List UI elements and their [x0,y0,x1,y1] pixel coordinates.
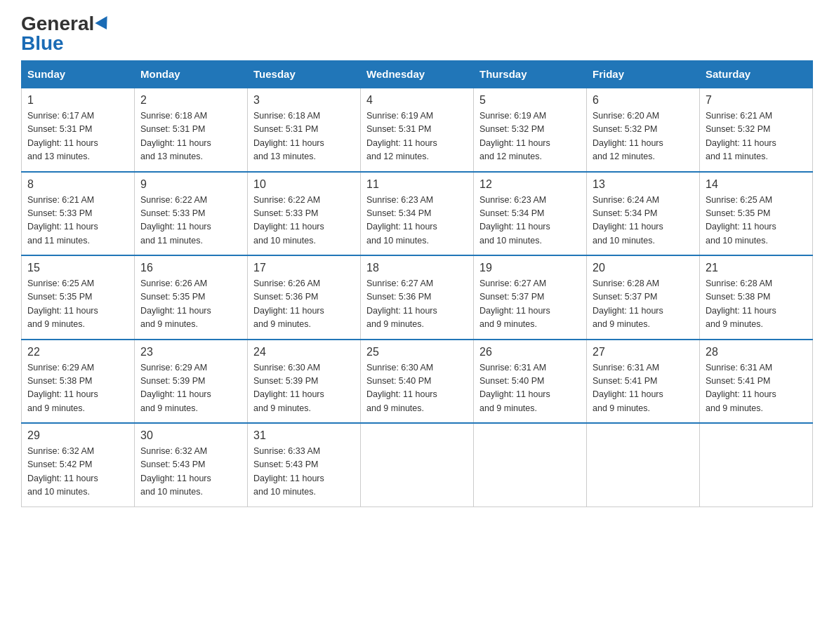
day-number: 9 [140,178,241,191]
calendar-week-row: 22Sunrise: 6:29 AMSunset: 5:38 PMDayligh… [22,340,813,424]
day-number: 2 [140,94,241,107]
page-header: General Blue [21,14,813,53]
calendar-table: SundayMondayTuesdayWednesdayThursdayFrid… [21,60,813,507]
calendar-cell: 2Sunrise: 6:18 AMSunset: 5:31 PMDaylight… [135,88,248,172]
day-number: 13 [593,178,694,191]
logo-blue-text: Blue [21,34,64,53]
calendar-cell: 31Sunrise: 6:33 AMSunset: 5:43 PMDayligh… [248,423,361,507]
day-number: 29 [27,429,128,442]
calendar-cell: 16Sunrise: 6:26 AMSunset: 5:35 PMDayligh… [135,255,248,340]
header-saturday: Saturday [700,61,813,88]
day-number: 23 [140,346,241,358]
calendar-cell: 25Sunrise: 6:30 AMSunset: 5:40 PMDayligh… [361,340,474,424]
day-number: 31 [253,429,355,442]
calendar-cell: 21Sunrise: 6:28 AMSunset: 5:38 PMDayligh… [700,255,813,340]
calendar-week-row: 8Sunrise: 6:21 AMSunset: 5:33 PMDaylight… [22,172,813,256]
day-info: Sunrise: 6:19 AMSunset: 5:32 PMDaylight:… [479,109,581,164]
day-info: Sunrise: 6:32 AMSunset: 5:42 PMDaylight:… [27,445,128,499]
header-wednesday: Wednesday [361,61,474,88]
calendar-cell: 26Sunrise: 6:31 AMSunset: 5:40 PMDayligh… [474,340,587,424]
day-info: Sunrise: 6:31 AMSunset: 5:40 PMDaylight:… [479,361,581,416]
calendar-cell: 22Sunrise: 6:29 AMSunset: 5:38 PMDayligh… [22,340,135,424]
day-number: 26 [479,346,581,358]
day-number: 27 [593,346,694,358]
day-number: 5 [479,94,581,107]
day-info: Sunrise: 6:25 AMSunset: 5:35 PMDaylight:… [706,194,807,248]
day-number: 11 [366,178,468,191]
calendar-cell: 27Sunrise: 6:31 AMSunset: 5:41 PMDayligh… [587,340,700,424]
day-number: 25 [366,346,468,358]
calendar-cell: 28Sunrise: 6:31 AMSunset: 5:41 PMDayligh… [700,340,813,424]
day-number: 22 [27,346,128,358]
day-number: 10 [253,178,355,191]
day-number: 16 [140,262,241,274]
day-number: 14 [706,178,807,191]
day-number: 20 [593,262,694,274]
header-friday: Friday [587,61,700,88]
calendar-cell: 15Sunrise: 6:25 AMSunset: 5:35 PMDayligh… [22,255,135,340]
logo-triangle-icon [95,16,113,33]
logo-general-text: General [21,14,111,34]
calendar-cell: 12Sunrise: 6:23 AMSunset: 5:34 PMDayligh… [474,172,587,256]
day-number: 12 [479,178,581,191]
day-number: 30 [140,429,241,442]
day-info: Sunrise: 6:23 AMSunset: 5:34 PMDaylight:… [479,194,581,248]
calendar-cell: 19Sunrise: 6:27 AMSunset: 5:37 PMDayligh… [474,255,587,340]
calendar-week-row: 1Sunrise: 6:17 AMSunset: 5:31 PMDaylight… [22,88,813,172]
day-info: Sunrise: 6:23 AMSunset: 5:34 PMDaylight:… [366,194,468,248]
calendar-cell: 6Sunrise: 6:20 AMSunset: 5:32 PMDaylight… [587,88,700,172]
day-info: Sunrise: 6:24 AMSunset: 5:34 PMDaylight:… [593,194,694,248]
day-number: 8 [27,178,128,191]
day-info: Sunrise: 6:30 AMSunset: 5:39 PMDaylight:… [253,361,355,416]
day-number: 18 [366,262,468,274]
day-info: Sunrise: 6:17 AMSunset: 5:31 PMDaylight:… [27,109,128,164]
day-number: 21 [706,262,807,274]
day-number: 7 [706,94,807,107]
day-info: Sunrise: 6:32 AMSunset: 5:43 PMDaylight:… [140,445,241,499]
day-info: Sunrise: 6:21 AMSunset: 5:33 PMDaylight:… [27,194,128,248]
calendar-cell: 14Sunrise: 6:25 AMSunset: 5:35 PMDayligh… [700,172,813,256]
calendar-cell: 20Sunrise: 6:28 AMSunset: 5:37 PMDayligh… [587,255,700,340]
calendar-cell: 23Sunrise: 6:29 AMSunset: 5:39 PMDayligh… [135,340,248,424]
day-info: Sunrise: 6:27 AMSunset: 5:37 PMDaylight:… [479,277,581,332]
calendar-week-row: 29Sunrise: 6:32 AMSunset: 5:42 PMDayligh… [22,423,813,507]
calendar-cell: 13Sunrise: 6:24 AMSunset: 5:34 PMDayligh… [587,172,700,256]
day-info: Sunrise: 6:33 AMSunset: 5:43 PMDaylight:… [253,445,355,499]
day-number: 6 [593,94,694,107]
header-sunday: Sunday [22,61,135,88]
calendar-cell [700,423,813,507]
day-info: Sunrise: 6:29 AMSunset: 5:38 PMDaylight:… [27,361,128,416]
calendar-cell: 30Sunrise: 6:32 AMSunset: 5:43 PMDayligh… [135,423,248,507]
calendar-cell: 24Sunrise: 6:30 AMSunset: 5:39 PMDayligh… [248,340,361,424]
day-info: Sunrise: 6:21 AMSunset: 5:32 PMDaylight:… [706,109,807,164]
day-info: Sunrise: 6:26 AMSunset: 5:35 PMDaylight:… [140,277,241,332]
day-info: Sunrise: 6:31 AMSunset: 5:41 PMDaylight:… [593,361,694,416]
day-info: Sunrise: 6:18 AMSunset: 5:31 PMDaylight:… [253,109,355,164]
calendar-cell: 8Sunrise: 6:21 AMSunset: 5:33 PMDaylight… [22,172,135,256]
day-info: Sunrise: 6:28 AMSunset: 5:38 PMDaylight:… [706,277,807,332]
day-info: Sunrise: 6:19 AMSunset: 5:31 PMDaylight:… [366,109,468,164]
day-number: 15 [27,262,128,274]
day-info: Sunrise: 6:27 AMSunset: 5:36 PMDaylight:… [366,277,468,332]
calendar-cell: 10Sunrise: 6:22 AMSunset: 5:33 PMDayligh… [248,172,361,256]
logo: General Blue [21,14,111,53]
calendar-cell: 4Sunrise: 6:19 AMSunset: 5:31 PMDaylight… [361,88,474,172]
calendar-cell: 5Sunrise: 6:19 AMSunset: 5:32 PMDaylight… [474,88,587,172]
calendar-cell: 11Sunrise: 6:23 AMSunset: 5:34 PMDayligh… [361,172,474,256]
day-number: 4 [366,94,468,107]
header-thursday: Thursday [474,61,587,88]
calendar-cell [361,423,474,507]
day-info: Sunrise: 6:18 AMSunset: 5:31 PMDaylight:… [140,109,241,164]
calendar-cell [587,423,700,507]
day-info: Sunrise: 6:28 AMSunset: 5:37 PMDaylight:… [593,277,694,332]
day-number: 17 [253,262,355,274]
day-info: Sunrise: 6:20 AMSunset: 5:32 PMDaylight:… [593,109,694,164]
calendar-cell: 3Sunrise: 6:18 AMSunset: 5:31 PMDaylight… [248,88,361,172]
header-monday: Monday [135,61,248,88]
day-number: 28 [706,346,807,358]
day-info: Sunrise: 6:26 AMSunset: 5:36 PMDaylight:… [253,277,355,332]
day-info: Sunrise: 6:30 AMSunset: 5:40 PMDaylight:… [366,361,468,416]
day-number: 19 [479,262,581,274]
day-number: 1 [27,94,128,107]
calendar-cell: 1Sunrise: 6:17 AMSunset: 5:31 PMDaylight… [22,88,135,172]
